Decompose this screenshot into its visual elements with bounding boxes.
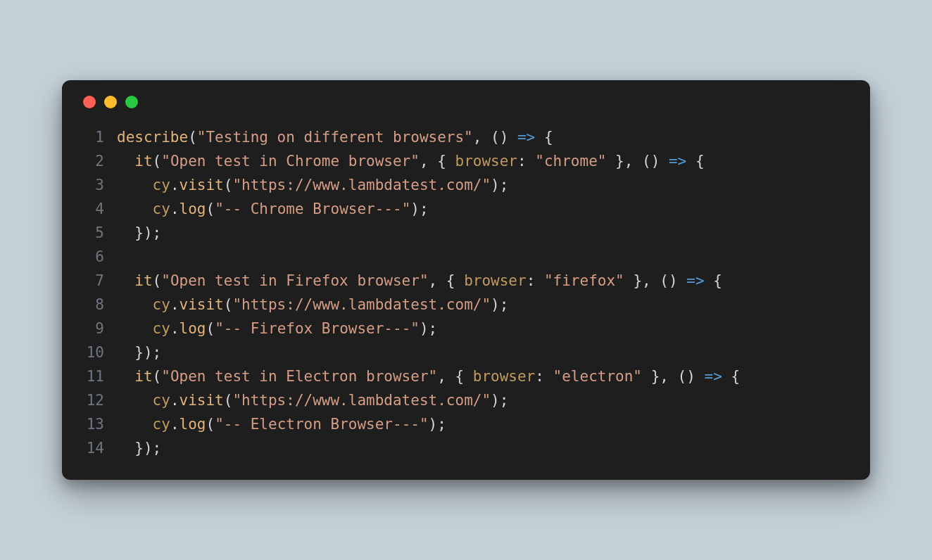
token-func: log — [180, 416, 206, 433]
line-content: cy.visit("https://www.lambdatest.com/"); — [117, 293, 853, 317]
line-number: 14 — [79, 436, 117, 460]
token-default: . — [170, 416, 180, 433]
token-default: , () — [473, 129, 517, 146]
token-default: }); — [134, 344, 161, 361]
token-obj: cy — [153, 201, 170, 217]
token-default: }, () — [624, 272, 687, 289]
token-default: { — [705, 272, 722, 289]
token-default: ( — [153, 368, 162, 385]
indent — [117, 272, 134, 289]
line-content: describe("Testing on different browsers"… — [117, 125, 853, 149]
token-key: browser — [464, 272, 527, 289]
line-content: cy.log("-- Chrome Browser---"); — [117, 197, 853, 221]
indent — [117, 153, 134, 170]
token-str: "-- Chrome Browser---" — [215, 201, 410, 217]
token-str: "firefox" — [544, 272, 624, 289]
indent — [117, 177, 153, 193]
token-default: }); — [134, 224, 161, 241]
token-default: { — [686, 153, 704, 170]
line-content: cy.visit("https://www.lambdatest.com/"); — [117, 388, 853, 412]
token-key: browser — [455, 153, 517, 170]
line-number: 13 — [79, 412, 117, 436]
line-number: 12 — [79, 388, 117, 412]
token-obj: cy — [153, 416, 170, 433]
token-default: . — [170, 320, 180, 337]
token-default: ( — [206, 201, 215, 217]
token-default: { — [535, 129, 553, 146]
token-default: ); — [410, 201, 428, 217]
token-default: }); — [134, 440, 161, 457]
token-arrow: => — [669, 153, 686, 170]
line-content: cy.log("-- Electron Browser---"); — [117, 412, 853, 436]
token-func: log — [180, 320, 206, 337]
code-editor[interactable]: 1describe("Testing on different browsers… — [79, 125, 853, 460]
token-default: ( — [153, 272, 162, 289]
token-obj: cy — [153, 177, 170, 193]
line-number: 4 — [79, 197, 117, 221]
code-line: 13 cy.log("-- Electron Browser---"); — [79, 412, 853, 436]
line-number: 5 — [79, 221, 117, 245]
line-number: 2 — [79, 149, 117, 173]
token-default: ); — [420, 320, 437, 337]
token-default: , { — [429, 272, 465, 289]
line-content: cy.visit("https://www.lambdatest.com/"); — [117, 173, 853, 197]
token-default: ( — [224, 177, 233, 193]
indent — [117, 344, 134, 361]
code-line: 2 it("Open test in Chrome browser", { br… — [79, 149, 853, 173]
token-func: describe — [117, 129, 188, 146]
code-line: 7 it("Open test in Firefox browser", { b… — [79, 269, 853, 293]
token-default: ( — [224, 296, 233, 313]
token-default: , { — [437, 368, 473, 385]
token-str: "https://www.lambdatest.com/" — [232, 392, 491, 409]
token-str: "-- Electron Browser---" — [215, 416, 428, 433]
token-default: ( — [224, 392, 233, 409]
indent — [117, 296, 153, 313]
code-line: 9 cy.log("-- Firefox Browser---"); — [79, 317, 853, 341]
token-default: ( — [153, 153, 162, 170]
line-content: it("Open test in Chrome browser", { brow… — [117, 149, 853, 173]
code-line: 8 cy.visit("https://www.lambdatest.com/"… — [79, 293, 853, 317]
code-line: 12 cy.visit("https://www.lambdatest.com/… — [79, 388, 853, 412]
token-str: "Open test in Firefox browser" — [161, 272, 428, 289]
indent — [117, 368, 134, 385]
token-default: . — [170, 392, 180, 409]
line-content: }); — [117, 221, 853, 245]
token-str: "Open test in Electron browser" — [161, 368, 437, 385]
token-default: { — [722, 368, 740, 385]
token-default: ); — [491, 296, 508, 313]
token-default: }, () — [642, 368, 705, 385]
line-content: it("Open test in Electron browser", { br… — [117, 364, 853, 388]
token-default: : — [517, 153, 535, 170]
window-controls — [83, 96, 853, 108]
token-func: visit — [180, 392, 224, 409]
line-number: 3 — [79, 173, 117, 197]
close-icon[interactable] — [83, 96, 96, 108]
token-default: }, () — [606, 153, 669, 170]
code-line: 5 }); — [79, 221, 853, 245]
indent — [117, 392, 153, 409]
line-content: cy.log("-- Firefox Browser---"); — [117, 317, 853, 341]
line-content: it("Open test in Firefox browser", { bro… — [117, 269, 853, 293]
line-number: 9 — [79, 317, 117, 341]
token-default: ); — [491, 177, 508, 193]
code-line: 6 — [79, 245, 853, 269]
token-default: : — [527, 272, 544, 289]
minimize-icon[interactable] — [104, 96, 117, 108]
token-obj: cy — [153, 392, 170, 409]
line-content: }); — [117, 341, 853, 364]
token-default: ); — [491, 392, 508, 409]
line-number: 1 — [79, 125, 117, 149]
line-number: 7 — [79, 269, 117, 293]
zoom-icon[interactable] — [125, 96, 138, 108]
indent — [117, 416, 153, 433]
line-number: 8 — [79, 293, 117, 317]
token-str: "Open test in Chrome browser" — [161, 153, 420, 170]
token-func: it — [134, 368, 152, 385]
token-str: "https://www.lambdatest.com/" — [232, 296, 491, 313]
token-default: ( — [206, 320, 215, 337]
token-default: ); — [429, 416, 446, 433]
token-key: browser — [473, 368, 536, 385]
token-str: "chrome" — [535, 153, 606, 170]
token-func: it — [134, 153, 152, 170]
indent — [117, 224, 134, 241]
